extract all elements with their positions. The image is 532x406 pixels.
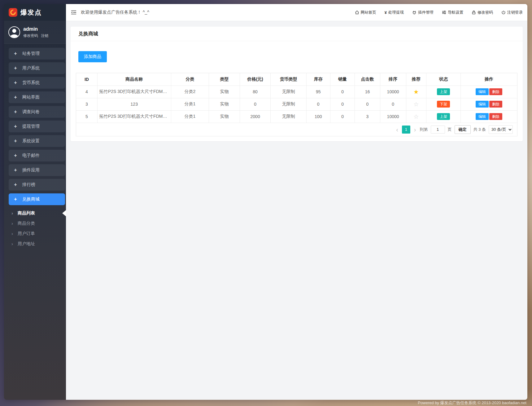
- sidebar-item-exchange-mall[interactable]: +兑换商城: [9, 193, 65, 205]
- sidebar-item-site-admin[interactable]: +站务管理: [9, 48, 65, 60]
- app-window: 爆发点 admin 修改密码 注销 +站务管理 +用户系统 +货币系统 +网站界…: [4, 4, 527, 400]
- total-count-label: 共 3 条: [473, 127, 486, 132]
- collapse-sidebar-icon[interactable]: [69, 8, 78, 17]
- column-header: 价格(元): [240, 73, 271, 86]
- sidebar-item-label: 排行榜: [22, 182, 35, 188]
- chevron-right-icon: ›: [7, 231, 18, 236]
- edit-button[interactable]: 编辑: [476, 88, 489, 95]
- plus-icon: +: [9, 138, 22, 144]
- sidebar-item-plugins[interactable]: +插件应用: [9, 164, 65, 176]
- column-header: 库存: [306, 73, 330, 86]
- brand-name: 爆发点: [20, 8, 42, 17]
- sidebar-item-label: 提现管理: [22, 124, 40, 129]
- delete-button[interactable]: 删除: [489, 113, 502, 120]
- sidebar-item-withdraw-admin[interactable]: +提现管理: [9, 121, 65, 132]
- featured-star-off-icon[interactable]: ☆: [413, 114, 419, 120]
- goto-label: 到第: [420, 127, 428, 132]
- chevron-right-icon: ›: [7, 221, 18, 226]
- plus-icon: +: [9, 95, 22, 100]
- avatar[interactable]: [8, 26, 20, 38]
- sidebar-subitem-product-category[interactable]: › 商品分类: [4, 218, 66, 228]
- card-header: 兑换商城: [71, 27, 523, 41]
- sidebar-item-label: 插件应用: [22, 167, 40, 173]
- add-product-button[interactable]: 添加商品: [78, 51, 107, 62]
- topnav-nav-settings[interactable]: 导航设置: [442, 10, 463, 15]
- edit-button[interactable]: 编辑: [476, 101, 489, 108]
- topnav-process-withdraw[interactable]: ¥ 处理提现: [385, 10, 404, 15]
- column-header: 状态: [426, 73, 461, 86]
- exchange-mall-submenu: › 商品列表 › 商品分类 › 用户订单 › 用户地址: [4, 208, 66, 249]
- cell-category: 分类1: [171, 98, 209, 110]
- sidebar-item-ranking[interactable]: +排行榜: [9, 179, 65, 191]
- sidebar-subitem-label: 用户订单: [18, 231, 35, 236]
- plus-icon: +: [9, 167, 22, 173]
- footer-credit: Powered by 爆发点广告任务系统 © 2013-2020 baofadi…: [418, 400, 526, 406]
- confirm-page-button[interactable]: 确定: [455, 125, 471, 134]
- table-row: 5拓竹P2S 3D打印机器大尺寸FDM家...分类1实物2000无限制10003…: [76, 110, 517, 123]
- cell-name: 123: [97, 98, 171, 110]
- user-panel: admin 修改密码 注销: [4, 21, 66, 44]
- column-header: 分类: [171, 73, 209, 86]
- status-badge[interactable]: 下架: [437, 101, 450, 108]
- sidebar-subitem-user-orders[interactable]: › 用户订单: [4, 228, 66, 239]
- sidebar-item-email[interactable]: +电子邮件: [9, 150, 65, 161]
- cell-featured: ★: [406, 86, 426, 98]
- table-row: 4拓竹P2S 3D打印机器大尺寸FDM家...分类2实物80无限制9501610…: [76, 86, 517, 98]
- sidebar-item-label: 调查问卷: [22, 109, 40, 115]
- status-badge[interactable]: 上架: [437, 88, 450, 95]
- topbar-nav: 网站首页 ¥ 处理提现 插件管理 导航设置 修改密码: [347, 10, 523, 15]
- brand: 爆发点: [4, 4, 66, 21]
- edit-button[interactable]: 编辑: [476, 113, 489, 120]
- cell-price: 0: [240, 98, 271, 110]
- status-badge[interactable]: 上架: [437, 113, 450, 120]
- lock-icon: [472, 10, 476, 15]
- exchange-mall-card: 兑换商城 添加商品: [71, 27, 523, 141]
- sidebar-item-label: 系统设置: [22, 138, 40, 144]
- sidebar-item-label: 网站界面: [22, 95, 40, 100]
- column-header: 排序: [380, 73, 406, 86]
- change-password-link[interactable]: 修改密码: [23, 33, 38, 38]
- cell-status: 上架: [426, 110, 461, 123]
- sidebar-subitem-label: 商品列表: [18, 210, 35, 216]
- user-name: admin: [23, 26, 50, 32]
- column-header: 操作: [461, 73, 517, 86]
- topnav-change-password[interactable]: 修改密码: [472, 10, 493, 15]
- main-area: 欢迎使用爆发点广告任务系统！ ^_^ 网站首页 ¥ 处理提现 插件管理 导航设置: [66, 4, 527, 400]
- featured-star-off-icon[interactable]: ☆: [413, 101, 419, 107]
- plugin-icon: [412, 10, 416, 15]
- topnav-logout[interactable]: 注销登录: [501, 10, 523, 15]
- cell-actions: 编辑删除: [461, 98, 517, 110]
- logout-link[interactable]: 注销: [41, 33, 48, 38]
- goto-page-input[interactable]: [431, 126, 445, 134]
- delete-button[interactable]: 删除: [489, 88, 502, 95]
- current-page[interactable]: 1: [402, 126, 410, 134]
- topnav-site-home[interactable]: 网站首页: [355, 10, 376, 15]
- table-header-row: ID 商品名称 分类 类型 价格(元) 货币类型 库存 销量 点击数 排序: [76, 73, 517, 86]
- sidebar-subitem-user-address[interactable]: › 用户地址: [4, 239, 66, 249]
- cell-stock: 0: [306, 98, 330, 110]
- plus-icon: +: [9, 196, 22, 202]
- cell-clicks: 0: [355, 98, 380, 110]
- prev-page-button[interactable]: ‹: [395, 126, 399, 134]
- sidebar-item-label: 电子邮件: [22, 153, 40, 158]
- cell-name: 拓竹P2S 3D打印机器大尺寸FDM家...: [97, 110, 171, 123]
- topnav-plugin-admin[interactable]: 插件管理: [412, 10, 434, 15]
- sidebar-item-label: 站务管理: [22, 51, 40, 56]
- featured-star-on-icon[interactable]: ★: [413, 89, 419, 95]
- sidebar-subitem-product-list[interactable]: › 商品列表: [4, 208, 66, 218]
- sidebar-item-site-ui[interactable]: +网站界面: [9, 91, 65, 103]
- plus-icon: +: [9, 124, 22, 129]
- sidebar-item-user-system[interactable]: +用户系统: [9, 62, 65, 74]
- cell-clicks: 3: [355, 110, 380, 123]
- sidebar-item-survey[interactable]: +调查问卷: [9, 106, 65, 118]
- sidebar-item-system-settings[interactable]: +系统设置: [9, 135, 65, 147]
- delete-button[interactable]: 删除: [489, 101, 502, 108]
- next-page-button[interactable]: ›: [413, 126, 417, 134]
- cell-category: 分类1: [171, 110, 209, 123]
- cell-currency: 无限制: [271, 86, 306, 98]
- cell-clicks: 16: [355, 86, 380, 98]
- column-header: ID: [76, 73, 97, 86]
- page-size-select[interactable]: 30 条/页: [489, 125, 513, 134]
- sidebar-item-currency-system[interactable]: +货币系统: [9, 77, 65, 89]
- cell-id: 5: [76, 110, 97, 123]
